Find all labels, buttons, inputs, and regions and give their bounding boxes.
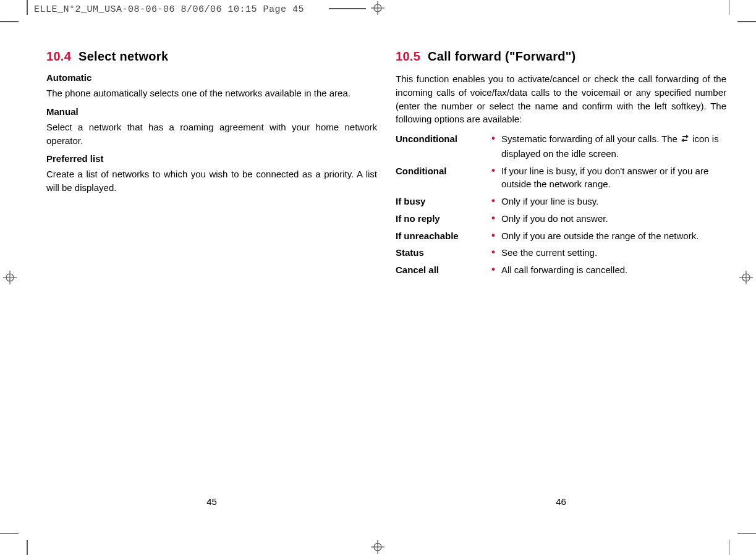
term: Unconditional [396,132,491,146]
list-item: If unreachable • Only if you are outside… [396,229,726,243]
paragraph: Select a network that has a roaming agre… [46,121,377,148]
term: If unreachable [396,229,491,243]
list-item: If no reply • Only if you do not answer. [396,212,726,226]
paragraph: This function enables you to activate/ca… [396,72,726,126]
registration-mark-icon [371,540,384,554]
list-item: Conditional • If your line is busy, if y… [396,164,726,192]
print-slug-line: ELLE_N°2_UM_USA-08-06-06 8/06/06 10:15 P… [34,4,304,15]
page-number: 45 [206,496,217,507]
definition-list: Unconditional • Systematic forwarding of… [396,132,726,277]
crop-mark [27,540,28,555]
crop-mark [27,0,28,15]
term: Cancel all [396,263,491,277]
term: If no reply [396,212,491,226]
section-title: Call forward ("Forward") [428,49,576,63]
crop-mark [0,533,19,535]
bullet-icon: • [491,246,501,258]
list-item: Cancel all • All call forwarding is canc… [396,263,726,277]
subsection-heading: Manual [46,106,377,117]
bullet-icon: • [491,164,501,177]
section-heading: 10.5 Call forward ("Forward") [396,49,726,64]
list-item: Status • See the current setting. [396,246,726,260]
page-left: 10.4 Select network Automatic The phone … [46,49,377,519]
crop-mark [737,533,756,535]
bullet-icon: • [491,263,501,276]
bullet-icon: • [491,212,501,224]
crop-mark [729,540,730,555]
crop-mark [0,21,19,22]
registration-mark-icon [371,1,384,15]
definition: Systematic forwarding of all your calls.… [501,132,726,161]
term: If busy [396,195,491,208]
section-number: 10.5 [396,49,420,63]
definition: Only if you do not answer. [501,212,726,226]
paragraph: The phone automatically selects one of t… [46,87,377,100]
bullet-icon: • [491,229,501,242]
definition: See the current setting. [501,246,726,260]
bullet-icon: • [491,132,501,145]
definition: All call forwarding is cancelled. [501,263,726,277]
subsection-heading: Preferred list [46,153,377,164]
definition-text: Systematic forwarding of all your calls.… [501,133,680,144]
bullet-icon: • [491,195,501,207]
slug-rule [329,8,366,9]
registration-mark-icon [3,271,17,284]
subsection-heading: Automatic [46,72,377,83]
list-item: Unconditional • Systematic forwarding of… [396,132,726,161]
crop-mark [737,21,756,22]
section-number: 10.4 [46,49,71,63]
crop-mark [729,0,730,15]
section-heading: 10.4 Select network [46,49,377,64]
paragraph: Create a list of networks to which you w… [46,167,377,195]
term: Status [396,246,491,260]
term: Conditional [396,164,491,178]
page-right: 10.5 Call forward ("Forward") This funct… [396,49,726,519]
definition: Only if your line is busy. [501,195,726,208]
definition: Only if you are outside the range of the… [501,229,726,243]
definition: If your line is busy, if you don't answe… [501,164,726,192]
forward-icon [681,133,689,147]
list-item: If busy • Only if your line is busy. [396,195,726,208]
section-title: Select network [79,49,168,63]
registration-mark-icon [739,271,753,284]
page-number: 46 [556,496,566,507]
